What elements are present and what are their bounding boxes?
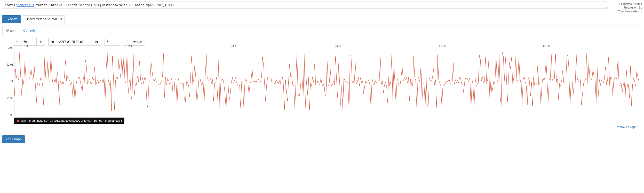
y-tick: 21.98 xyxy=(7,113,13,116)
remove-graph-link[interactable]: Remove Graph xyxy=(616,125,637,129)
horizontal-scrollbar[interactable] xyxy=(2,144,642,148)
legend-label: {env="prod",instance="alin.01.amana.vpn:… xyxy=(21,119,122,122)
y-tick: 22.02 xyxy=(7,46,13,49)
plot-area[interactable]: 01:0002:0003:0004:0005:0006:00 xyxy=(14,48,639,115)
metric-dropdown-label: - insert metric at cursor - xyxy=(25,17,59,21)
range-group xyxy=(13,38,45,46)
fast-rewind-icon xyxy=(51,40,54,43)
svg-rect-0 xyxy=(16,42,18,42)
execute-button[interactable]: Execute xyxy=(2,15,21,23)
stat-series: Total time series: 1 xyxy=(611,10,642,13)
tabs: Graph Console xyxy=(2,26,642,35)
stat-resolution: Resolution: 5s xyxy=(611,6,642,9)
time-group xyxy=(48,38,101,46)
y-tick: 22.01 xyxy=(7,63,13,66)
query-stats: Load time: 207ms Resolution: 5s Total ti… xyxy=(611,2,642,13)
time-forward-button[interactable] xyxy=(93,38,101,46)
metric-dropdown[interactable]: - insert metric at cursor - xyxy=(23,15,65,23)
expr-metric-highlight: prometheus xyxy=(15,3,34,7)
legend[interactable]: {env="prod",instance="alin.01.amana.vpn:… xyxy=(14,118,124,124)
graph-panel: Graph Console xyxy=(2,26,642,133)
svg-marker-6 xyxy=(97,41,99,43)
tab-graph[interactable]: Graph xyxy=(2,26,19,35)
plus-icon xyxy=(39,40,42,43)
y-axis: 21.9821.992222.0122.02 xyxy=(5,48,14,115)
svg-marker-5 xyxy=(96,41,97,43)
expr-range: 5m xyxy=(167,3,170,7)
tab-console[interactable]: Console xyxy=(19,26,39,35)
expression-input[interactable]: irate(prometheus_target_interval_length_… xyxy=(2,2,608,9)
legend-swatch xyxy=(17,120,19,122)
svg-rect-2 xyxy=(39,42,42,42)
chart: 21.9821.992222.0122.02 01:0002:0003:0004… xyxy=(5,48,639,115)
svg-marker-3 xyxy=(51,41,53,43)
expr-prefix: irate( xyxy=(4,3,15,7)
y-tick: 21.99 xyxy=(7,97,13,99)
series-line xyxy=(14,48,639,115)
stacked-checkbox[interactable] xyxy=(127,40,130,43)
svg-marker-4 xyxy=(53,41,54,43)
expr-range-open: [ xyxy=(165,3,166,7)
time-back-button[interactable] xyxy=(48,38,57,46)
range-increase-button[interactable] xyxy=(36,38,45,46)
stacked-label: stacked xyxy=(133,40,142,43)
stat-load-time: Load time: 207ms xyxy=(611,2,642,6)
add-graph-button[interactable]: Add Graph xyxy=(2,135,25,143)
stacked-toggle[interactable]: stacked xyxy=(123,38,145,46)
fast-forward-icon xyxy=(96,40,99,43)
expr-suffix: ) xyxy=(172,3,174,7)
minus-icon xyxy=(15,40,19,43)
expr-metric-rest: _target_interval_length_seconds_sum{inst… xyxy=(34,3,165,7)
resolution-input[interactable] xyxy=(105,38,120,46)
range-input[interactable] xyxy=(21,38,37,46)
graph-controls: stacked xyxy=(5,38,639,46)
end-time-input[interactable] xyxy=(57,38,93,46)
range-decrease-button[interactable] xyxy=(13,38,21,46)
y-tick: 22 xyxy=(10,80,13,83)
